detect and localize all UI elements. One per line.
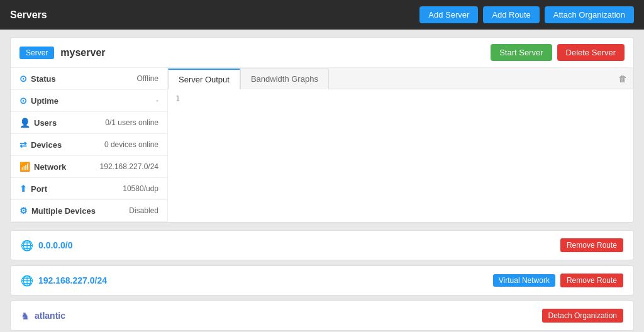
server-output-panel: Server Output Bandwidth Graphs 🗑 1	[168, 68, 633, 222]
route-right-2: Virtual Network Remove Route	[493, 274, 623, 287]
route-name-1: 0.0.0.0/0	[38, 240, 73, 250]
page-title: Servers	[10, 9, 47, 21]
stat-status: ⊙ Status Offline	[11, 68, 167, 90]
users-icon: 👤	[19, 118, 30, 128]
clear-output-icon[interactable]: 🗑	[618, 74, 627, 84]
network-icon: 📶	[19, 162, 30, 172]
port-icon: ⬆	[19, 184, 27, 194]
route-name-2: 192.168.227.0/24	[38, 275, 107, 285]
output-line-1: 1	[175, 94, 180, 103]
remove-route-button-1[interactable]: Remove Route	[560, 238, 623, 252]
delete-server-button[interactable]: Delete Server	[557, 44, 625, 61]
tab-server-output[interactable]: Server Output	[168, 69, 240, 89]
add-route-button[interactable]: Add Route	[483, 6, 539, 23]
output-area: 1	[168, 89, 633, 221]
port-value: 10580/udp	[123, 184, 158, 193]
server-body: ⊙ Status Offline ⊙ Uptime - 👤 Users	[11, 68, 633, 222]
status-value: Offline	[137, 74, 158, 83]
tabs: Server Output Bandwidth Graphs	[168, 68, 329, 89]
multiple-value: Disabled	[129, 206, 158, 215]
org-row-1: ♞ atlantic Detach Organization	[10, 301, 634, 331]
devices-label: Devices	[31, 140, 62, 150]
globe-icon-1: 🌐	[21, 240, 33, 252]
header: Servers Add Server Add Route Attach Orga…	[0, 0, 644, 30]
server-stats: ⊙ Status Offline ⊙ Uptime - 👤 Users	[11, 68, 168, 222]
header-actions: Add Server Add Route Attach Organization	[419, 6, 634, 23]
server-header-right: Start Server Delete Server	[491, 44, 625, 61]
server-panel-header: Server myserver Start Server Delete Serv…	[11, 38, 633, 68]
tab-bandwidth[interactable]: Bandwidth Graphs	[240, 69, 329, 89]
route-left-2: 🌐 192.168.227.0/24	[21, 275, 107, 287]
org-right-1: Detach Organization	[542, 309, 623, 323]
server-panel: Server myserver Start Server Delete Serv…	[10, 37, 634, 223]
network-value: 192.168.227.0/24	[100, 162, 158, 171]
org-name-1: atlantic	[35, 311, 65, 321]
devices-icon: ⇄	[19, 140, 27, 150]
stat-uptime: ⊙ Uptime -	[11, 90, 167, 112]
stat-port: ⬆ Port 10580/udp	[11, 178, 167, 200]
users-label: Users	[34, 118, 57, 128]
multiple-icon: ⚙	[19, 206, 28, 216]
stat-devices: ⇄ Devices 0 devices online	[11, 134, 167, 156]
route-left-1: 🌐 0.0.0.0/0	[21, 240, 73, 252]
network-label: Network	[34, 162, 66, 172]
remove-route-button-2[interactable]: Remove Route	[560, 274, 623, 287]
tab-bar: Server Output Bandwidth Graphs 🗑	[168, 68, 633, 89]
stat-multiple: ⚙ Multiple Devices Disabled	[11, 200, 167, 222]
main-content: Server myserver Start Server Delete Serv…	[0, 30, 644, 332]
uptime-label: Uptime	[31, 96, 58, 106]
globe-icon-2: 🌐	[21, 275, 33, 287]
route-right-1: Remove Route	[560, 238, 623, 252]
multiple-label: Multiple Devices	[31, 206, 96, 216]
start-server-button[interactable]: Start Server	[491, 44, 552, 61]
status-label: Status	[31, 74, 56, 84]
devices-value: 0 devices online	[104, 140, 158, 149]
server-header-left: Server myserver	[19, 47, 106, 59]
port-label: Port	[31, 184, 47, 194]
detach-org-button-1[interactable]: Detach Organization	[542, 309, 623, 323]
add-server-button[interactable]: Add Server	[419, 6, 478, 23]
route-row-1: 🌐 0.0.0.0/0 Remove Route	[10, 230, 634, 260]
org-left-1: ♞ atlantic	[21, 310, 65, 322]
route-row-2: 🌐 192.168.227.0/24 Virtual Network Remov…	[10, 265, 634, 296]
stat-network: 📶 Network 192.168.227.0/24	[11, 156, 167, 178]
server-badge: Server	[19, 47, 54, 59]
server-name: myserver	[60, 47, 105, 58]
uptime-icon: ⊙	[19, 96, 27, 106]
status-icon: ⊙	[19, 74, 27, 84]
virtual-network-badge: Virtual Network	[493, 274, 555, 287]
org-icon-1: ♞	[21, 310, 30, 322]
uptime-value: -	[156, 96, 158, 105]
users-value: 0/1 users online	[105, 118, 158, 127]
attach-org-button[interactable]: Attach Organization	[545, 6, 634, 23]
stat-users: 👤 Users 0/1 users online	[11, 112, 167, 134]
